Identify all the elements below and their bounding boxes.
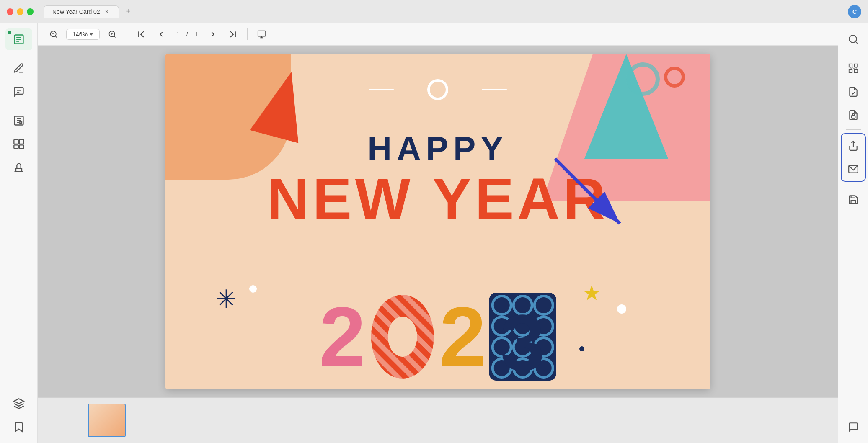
organize-icon (13, 138, 25, 150)
content-area: 146% (38, 23, 868, 443)
zoom-out-button[interactable] (46, 27, 61, 42)
security-icon (848, 110, 859, 121)
digit-0-svg (369, 293, 436, 381)
sidebar-item-edit[interactable] (5, 57, 32, 79)
sidebar-item-form[interactable] (5, 110, 32, 131)
sidebar-item-stamp[interactable] (5, 157, 32, 178)
sidebar-item-reader[interactable] (5, 28, 32, 50)
white-dot-2 (617, 304, 626, 314)
digit-2-first: 2 (319, 299, 366, 374)
left-sidebar (0, 23, 38, 443)
svg-rect-23 (258, 31, 266, 36)
blue-dot (579, 346, 584, 351)
share-icon (848, 140, 859, 151)
top-line-left (369, 89, 394, 90)
reader-icon (13, 33, 25, 45)
svg-text:3: 3 (501, 298, 545, 381)
window-controls (7, 8, 34, 15)
annotate-icon (13, 86, 25, 98)
thumbnail-1[interactable] (88, 404, 126, 437)
sidebar-item-organize[interactable] (5, 133, 32, 155)
new-year-card: HAPPY NEW YEAR ✳ ★ 2 (165, 54, 710, 389)
sidebar-item-bookmark[interactable] (5, 416, 32, 438)
search-button[interactable] (842, 28, 864, 50)
ocr-button[interactable]: OCR (842, 57, 864, 79)
sidebar-divider-3 (10, 182, 27, 182)
sidebar-divider-1 (10, 54, 27, 54)
svg-rect-49 (849, 70, 852, 72)
canvas-container: HAPPY NEW YEAR ✳ ★ 2 (38, 46, 838, 397)
top-decorations (369, 79, 507, 100)
orange-circle-top (664, 67, 685, 88)
save-icon (848, 194, 859, 205)
current-page: 1 (176, 31, 180, 38)
next-page-button[interactable] (205, 27, 220, 42)
tab-bar: New Year Card 02 ✕ + (44, 5, 848, 18)
user-avatar[interactable]: C (848, 5, 861, 18)
minimize-button[interactable] (17, 8, 23, 15)
thumbnail-1-preview (89, 404, 125, 436)
svg-rect-52 (851, 116, 855, 118)
white-dot-1 (249, 285, 257, 293)
digit-3-container: 3 (489, 293, 556, 381)
teal-circle-top (626, 62, 660, 96)
active-indicator (8, 31, 11, 34)
toolbar-separator-1 (127, 28, 127, 40)
zoom-level-display[interactable]: 146% (66, 29, 100, 40)
top-line-right (482, 89, 507, 90)
tab-close-button[interactable]: ✕ (103, 8, 110, 15)
zoom-out-icon (49, 30, 58, 39)
new-tab-button[interactable]: + (122, 6, 134, 18)
svg-text:OCR: OCR (850, 66, 857, 70)
svg-point-45 (849, 35, 856, 42)
digit-2-second: 2 (439, 299, 486, 374)
digit-0-container (369, 293, 436, 381)
layers-icon (13, 398, 25, 410)
star-decoration: ★ (582, 281, 601, 305)
stamp-icon (13, 162, 25, 173)
share-button[interactable] (842, 134, 865, 157)
chevron-down-icon (89, 33, 93, 36)
sidebar-item-annotate[interactable] (5, 81, 32, 103)
total-pages: 1 (195, 31, 198, 38)
svg-line-20 (114, 36, 116, 38)
svg-rect-9 (19, 140, 23, 144)
maximize-button[interactable] (27, 8, 34, 15)
toolbar-separator-2 (247, 28, 248, 40)
tab-new-year-card[interactable]: New Year Card 02 ✕ (44, 5, 119, 18)
year-display: 2 (319, 293, 556, 381)
last-page-button[interactable] (225, 27, 240, 42)
close-button[interactable] (7, 8, 13, 15)
top-circle (427, 79, 448, 100)
email-button[interactable] (842, 157, 865, 181)
svg-rect-8 (14, 140, 18, 144)
comment-icon (848, 422, 859, 433)
save-button[interactable] (842, 189, 864, 211)
prev-page-icon (157, 30, 165, 39)
present-button[interactable] (254, 27, 269, 42)
snowflake-decoration: ✳ (216, 284, 237, 314)
zoom-in-icon (108, 30, 116, 39)
security-button[interactable] (842, 104, 864, 126)
comment-button[interactable] (842, 416, 864, 438)
first-page-button[interactable] (134, 27, 149, 42)
svg-line-44 (555, 159, 620, 224)
page-navigation: 1 / 1 (174, 31, 200, 38)
first-page-icon (137, 30, 145, 39)
svg-rect-12 (16, 168, 22, 171)
svg-marker-13 (14, 399, 23, 404)
right-divider-1 (846, 54, 861, 54)
sidebar-item-layers[interactable] (5, 393, 32, 415)
ocr-icon: OCR (848, 63, 859, 74)
convert-button[interactable] (842, 81, 864, 103)
bookmark-icon (13, 421, 25, 433)
page-separator: / (186, 31, 188, 38)
edit-icon (13, 62, 25, 74)
main-layout: 146% (0, 23, 868, 443)
svg-rect-50 (854, 70, 857, 72)
zoom-in-button[interactable] (105, 27, 120, 42)
svg-rect-11 (19, 145, 23, 148)
prev-page-button[interactable] (154, 27, 169, 42)
svg-point-28 (388, 317, 417, 357)
next-page-icon (209, 30, 217, 39)
